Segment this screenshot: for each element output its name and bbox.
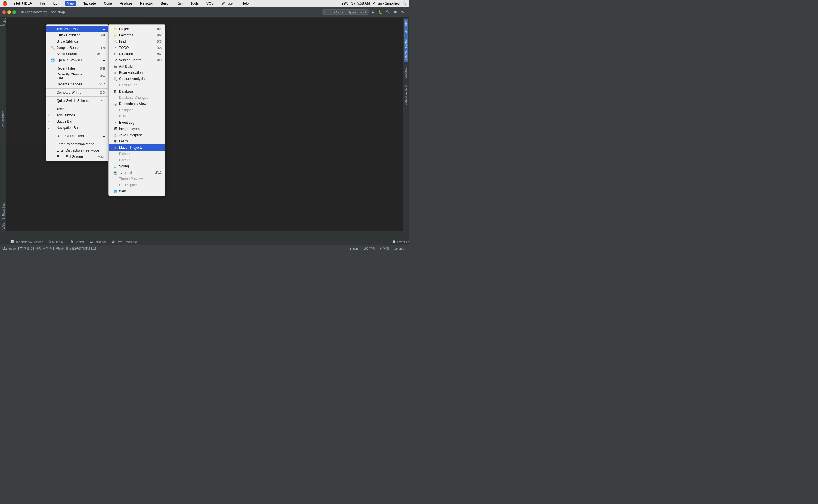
tw-find[interactable]: 🔍 Find ⌘3 — [109, 38, 165, 45]
tw-learn[interactable]: 🎓 Learn — [109, 138, 165, 144]
menu-item-bidi-text[interactable]: Bidi Text Direction ▶ — [46, 133, 108, 139]
tw-capture-analysis[interactable]: 🔍 Capture Analysis — [109, 76, 165, 82]
html-indicator[interactable]: HTML — [350, 247, 359, 251]
menubar-item-tools[interactable]: Tools — [189, 1, 200, 6]
tw-project[interactable]: 📁 Project ⌘1 — [109, 26, 165, 32]
tw-palette-1: Palette — [109, 151, 165, 157]
main-area: 1: Project 2: Favorites Web Z: Structure… — [0, 18, 409, 245]
menu-item-jump-to-source[interactable]: ✏️ Jump to Source F4 — [46, 45, 108, 51]
search-icon[interactable]: 🔍 — [402, 1, 407, 5]
tw-maven-projects[interactable]: ◆ Maven Projects — [109, 144, 165, 151]
tw-dsm: DSM — [109, 113, 165, 119]
menu-item-full-screen[interactable]: Enter Full Screen ^⌘F — [46, 154, 108, 160]
tw-structure[interactable]: ⎘ Structure ⌘7 — [109, 51, 165, 57]
tw-theme-preview: Theme Preview — [109, 176, 165, 182]
menubar-right: 29% Sat 5:58 AM Pinyin - Simplified 🔍 — [341, 1, 407, 5]
menu-item-distraction-free[interactable]: Enter Distraction Free Mode — [46, 147, 108, 154]
git-status[interactable]: Git: — [400, 9, 407, 15]
menu-item-status-bar[interactable]: ✓ Status Bar — [46, 118, 108, 125]
breadcrumb-sep: › — [49, 10, 50, 14]
breadcrumb: devops-bootstrap › bootstrap — [21, 10, 65, 14]
menu-item-toolbar[interactable]: Toolbar — [46, 106, 108, 112]
menu-item-compare-with[interactable]: Compare With... ⌘D — [46, 89, 108, 96]
menu-item-tool-windows[interactable]: Tool Windows ▶ — [46, 26, 108, 32]
build-button[interactable]: 🔨 — [385, 9, 391, 15]
menu-item-quick-switch[interactable]: Quick Switch Scheme... ^ ` — [46, 98, 108, 104]
tw-dependency-viewer[interactable]: 📊 Dependency Viewer — [109, 101, 165, 107]
menu-item-navigation-bar[interactable]: ✓ Navigation Bar — [46, 125, 108, 131]
run-config-selector[interactable]: DevopsBootstrapApplication ▾ — [322, 9, 369, 15]
menubar-item-help[interactable]: Help — [240, 1, 250, 6]
run-button[interactable]: ▶ — [370, 9, 376, 15]
menubar-item-code[interactable]: Code — [102, 1, 114, 6]
project-name[interactable]: devops-bootstrap — [21, 10, 47, 14]
menu-item-show-siblings[interactable]: Show Siblings — [46, 38, 108, 45]
tool-windows-submenu: 📁 Project ⌘1 ⭐ Favorites ⌘2 🔍 Find ⌘3 ☑ … — [108, 24, 165, 196]
ime-indicator: Pinyin - Simplified — [373, 1, 400, 5]
section-count: 6 段落 — [380, 247, 389, 251]
tw-ant-build[interactable]: 🐜 Ant Build — [109, 63, 165, 70]
git-branch[interactable]: Git: dev ↓ — [394, 247, 407, 251]
menubar-item-analyze[interactable]: Analyze — [118, 1, 134, 6]
menu-item-recently-changed[interactable]: Recently Changed Files ⇧⌘E — [46, 72, 108, 81]
menu-item-presentation-mode[interactable]: Enter Presentation Mode — [46, 141, 108, 147]
menubar-item-refactor[interactable]: Refactor — [138, 1, 154, 6]
menu-item-open-in-browser[interactable]: 🌐 Open in Browser ▶ — [46, 57, 108, 63]
status-right: HTML 192 字数 6 段落 Git: dev ↓ — [350, 247, 407, 251]
menu-item-recent-files[interactable]: Recent Files ⌘E — [46, 65, 108, 72]
menubar-item-edit[interactable]: Edit — [52, 1, 61, 6]
tw-ui-designer: UI Designer — [109, 182, 165, 188]
close-button[interactable] — [2, 11, 6, 14]
status-bar: Markdown 377 字数 13 行数 当前行 6, 当前列 8 文章已保存… — [0, 245, 409, 252]
apple-menu[interactable]: 🍎 — [2, 1, 7, 6]
divider-4 — [46, 105, 108, 105]
tw-palette-2: Palette — [109, 157, 165, 163]
tw-favorites[interactable]: ⭐ Favorites ⌘2 — [109, 32, 165, 38]
tw-web[interactable]: 🌐 Web — [109, 188, 165, 194]
submenu-arrow-icon: ▶ — [102, 59, 105, 62]
menubar-item-view[interactable]: View — [65, 1, 76, 6]
menubar-item-window[interactable]: Window — [220, 1, 236, 6]
minimize-button[interactable] — [7, 11, 11, 14]
tw-bean-validation[interactable]: ◉ Bean Validation — [109, 70, 165, 76]
char-count: 192 字数 — [363, 247, 376, 251]
menubar-item-intellij[interactable]: IntelliJ IDEA — [12, 1, 33, 6]
menu-item-quick-definition[interactable]: Quick Definition ⇧⌘I — [46, 32, 108, 38]
tw-designer: Designer — [109, 107, 165, 113]
file-name[interactable]: bootstrap — [51, 10, 65, 14]
menubar-item-vcs[interactable]: VCS — [205, 1, 215, 6]
checkmark-tool-buttons: ✓ — [47, 114, 50, 117]
traffic-lights — [2, 11, 16, 14]
divider-6 — [46, 140, 108, 140]
tw-database-changes: Database Changes — [109, 95, 165, 101]
divider-1 — [46, 64, 108, 64]
tw-event-log[interactable]: ● Event Log — [109, 119, 165, 126]
menu-item-tool-buttons[interactable]: ✓ Tool Buttons — [46, 112, 108, 118]
fullscreen-button[interactable] — [12, 11, 16, 14]
menubar-item-run[interactable]: Run — [175, 1, 184, 6]
tw-image-layers[interactable]: 🖼 Image Layers — [109, 126, 165, 132]
title-bar: devops-bootstrap › bootstrap DevopsBoots… — [0, 7, 409, 18]
clock: Sat 5:58 AM — [351, 1, 370, 5]
debug-button[interactable]: 🐛 — [377, 9, 384, 15]
divider-5 — [46, 132, 108, 132]
tw-database[interactable]: 🗄 Database — [109, 88, 165, 95]
menubar-item-build[interactable]: Build — [159, 1, 170, 6]
chevron-down-icon: ▾ — [365, 10, 366, 14]
checkmark-status-bar: ✓ — [47, 120, 50, 123]
checkmark-nav-bar: ✓ — [47, 126, 50, 130]
view-menu: Tool Windows ▶ Quick Definition ⇧⌘I Show… — [46, 24, 108, 161]
tw-terminal[interactable]: 💻 Terminal ⌥F12 — [109, 169, 165, 176]
stop-button[interactable]: ⏹ — [392, 9, 398, 15]
tw-capture-tool: Capture Tool — [109, 82, 165, 88]
toolbar-right: DevopsBootstrapApplication ▾ ▶ 🐛 🔨 ⏹ Git… — [322, 9, 407, 15]
tw-java-enterprise[interactable]: ☕ Java Enterprise — [109, 132, 165, 138]
tw-todo[interactable]: ☑ TODO ⌘6 — [109, 45, 165, 51]
menubar-item-navigate[interactable]: Navigate — [81, 1, 97, 6]
menu-item-recent-changes[interactable]: Recent Changes ⌥C — [46, 81, 108, 87]
tw-spring[interactable]: 🍃 Spring — [109, 163, 165, 169]
tw-version-control[interactable]: ⎇ Version Control ⌘9 — [109, 57, 165, 63]
divider-3 — [46, 96, 108, 97]
menubar-item-file[interactable]: File — [38, 1, 47, 6]
menu-item-show-source[interactable]: Show Source ⌘↑→ — [46, 51, 108, 57]
